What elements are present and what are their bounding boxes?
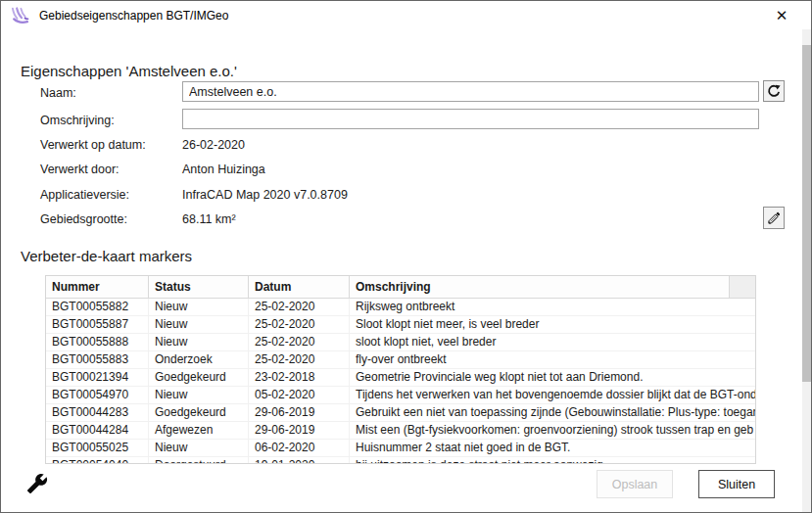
column-header-omschrijving[interactable]: Omschrijving [350, 276, 730, 298]
cell-status: Nieuw [149, 387, 249, 403]
cell-omschrijving: Gebruikt een niet van toepassing zijnde … [350, 404, 755, 421]
cell-datum: 06-02-2020 [249, 440, 350, 456]
column-header-nummer[interactable]: Nummer [46, 276, 149, 298]
cell-omschrijving: Mist een (Bgt-fysiekvoorkomen: groenvoor… [350, 422, 755, 439]
cell-nummer: BGT00044284 [46, 422, 149, 439]
cell-datum: 29-06-2019 [249, 422, 350, 439]
table-row[interactable]: BGT00055883 Onderzoek 25-02-2020 fly-ove… [46, 351, 755, 369]
scrollbar-thumb[interactable] [802, 45, 811, 382]
applicatieversie-label: Applicatieversie: [40, 188, 129, 202]
close-icon[interactable]: ✕ [762, 1, 801, 30]
properties-heading: Eigenschappen 'Amstelveen e.o.' [21, 63, 237, 79]
omschrijving-input[interactable] [182, 109, 759, 129]
table-row[interactable]: BGT00055025 Nieuw 06-02-2020 Huisnummer … [46, 440, 755, 457]
cell-status: Goedgekeurd [149, 404, 249, 421]
table-row[interactable]: BGT00044284 Afgewezen 29-06-2019 Mist ee… [46, 422, 755, 440]
cell-datum: 25-02-2020 [249, 351, 350, 368]
table-row[interactable]: BGT00044283 Goedgekeurd 29-06-2019 Gebru… [46, 404, 755, 422]
table-row[interactable]: BGT00021394 Goedgekeurd 23-02-2018 Geome… [46, 369, 755, 387]
naam-label: Naam: [40, 86, 76, 100]
verwerkt-door-value: Anton Huizinga [182, 163, 265, 176]
tools-button[interactable] [26, 473, 48, 494]
cell-omschrijving: fly-over ontbreekt [350, 351, 755, 368]
cell-omschrijving: bij uitzoomen is deze straat niet meer a… [350, 457, 755, 464]
applicatieversie-value: InfraCAD Map 2020 v7.0.8709 [182, 188, 348, 202]
vertical-scrollbar[interactable] [802, 29, 811, 512]
naam-input[interactable] [182, 81, 759, 102]
cell-status: Afgewezen [149, 422, 249, 439]
column-header-status[interactable]: Status [149, 276, 249, 298]
omschrijving-label: Omschrijving: [40, 114, 115, 127]
cell-datum: 29-06-2019 [249, 404, 350, 421]
cell-datum: 23-02-2018 [249, 369, 350, 386]
cell-status: Doorgestuurd [149, 457, 249, 464]
cell-nummer: BGT00054970 [46, 387, 149, 403]
table-row[interactable]: BGT00055887 Nieuw 25-02-2020 Sloot klopt… [46, 316, 755, 334]
titlebar[interactable]: Gebiedseigenschappen BGT/IMGeo ✕ [1, 1, 811, 30]
cell-status: Nieuw [149, 334, 249, 350]
refresh-button[interactable] [763, 80, 785, 102]
cell-nummer: BGT00044283 [46, 404, 149, 421]
sluiten-button[interactable]: Sluiten [698, 470, 775, 498]
cell-status: Nieuw [149, 440, 249, 456]
cell-nummer: BGT00055025 [46, 440, 149, 456]
cell-datum: 25-02-2020 [249, 299, 350, 315]
cell-nummer: BGT00055887 [46, 316, 149, 333]
cell-datum: 25-02-2020 [249, 316, 350, 333]
cell-status: Nieuw [149, 316, 249, 333]
table-row[interactable]: BGT00054970 Nieuw 05-02-2020 Tijdens het… [46, 387, 755, 404]
cell-status: Nieuw [149, 299, 249, 315]
column-header-datum[interactable]: Datum [249, 276, 350, 298]
wrench-icon [26, 473, 48, 494]
cell-status: Onderzoek [149, 351, 249, 368]
refresh-icon [766, 83, 782, 99]
cell-nummer: BGT00055882 [46, 299, 149, 315]
cell-omschrijving: Tijdens het verwerken van het bovengenoe… [350, 387, 755, 403]
verwerkt-op-datum-label: Verwerkt op datum: [40, 138, 146, 152]
cell-omschrijving: Rijksweg ontbreekt [350, 299, 755, 315]
cell-status: Goedgekeurd [149, 369, 249, 386]
app-logo-icon [10, 7, 31, 25]
cell-omschrijving: sloot klopt niet, veel breder [350, 334, 755, 350]
table-row[interactable]: BGT00055882 Nieuw 25-02-2020 Rijksweg on… [46, 299, 755, 316]
cell-nummer: BGT00055888 [46, 334, 149, 350]
cell-nummer: BGT00054040 [46, 457, 149, 464]
cell-datum: 05-02-2020 [249, 387, 350, 403]
cell-omschrijving: Geometrie Provinciale weg klopt niet tot… [350, 369, 755, 386]
cell-nummer: BGT00055883 [46, 351, 149, 368]
verwerkt-op-datum-value: 26-02-2020 [182, 138, 245, 152]
cell-nummer: BGT00021394 [46, 369, 149, 386]
cell-datum: 19-01-2020 [249, 457, 350, 464]
opslaan-button[interactable]: Opslaan [597, 470, 673, 498]
cell-omschrijving: Huisnummer 2 staat niet goed in de BGT. [350, 440, 755, 456]
gebiedsgrootte-label: Gebiedsgrootte: [40, 212, 127, 226]
column-header-filler [730, 276, 755, 298]
markers-table-header: Nummer Status Datum Omschrijving [46, 276, 755, 299]
gebiedsgrootte-value: 68.11 km² [182, 212, 236, 226]
markers-table: Nummer Status Datum Omschrijving BGT0005… [45, 275, 756, 464]
cell-datum: 25-02-2020 [249, 334, 350, 350]
verwerkt-door-label: Verwerkt door: [40, 163, 119, 176]
edit-area-button[interactable] [763, 207, 785, 229]
dialog-gebiedseigenschappen: Gebiedseigenschappen BGT/IMGeo ✕ Eigensc… [0, 0, 812, 513]
cell-omschrijving: Sloot klopt niet meer, is veel breder [350, 316, 755, 333]
window-title: Gebiedseigenschappen BGT/IMGeo [39, 9, 228, 23]
table-row[interactable]: BGT00054040 Doorgestuurd 19-01-2020 bij … [46, 457, 755, 464]
pencil-icon [767, 210, 782, 225]
markers-heading: Verbeter-de-kaart markers [21, 248, 192, 264]
table-row[interactable]: BGT00055888 Nieuw 25-02-2020 sloot klopt… [46, 334, 755, 351]
